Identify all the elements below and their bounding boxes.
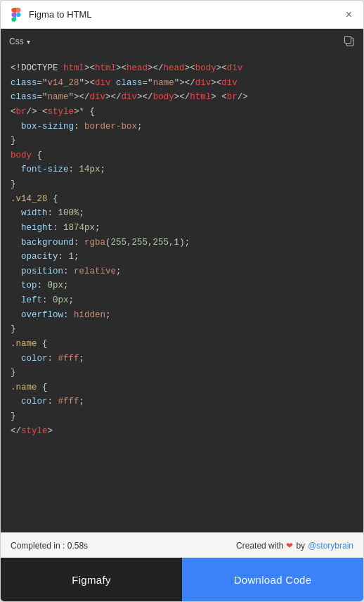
code-line-2: class="v14_28"><div class="name"></div><… bbox=[11, 76, 353, 91]
code-line-21: color: #fff; bbox=[11, 352, 353, 366]
window-title: Figma to HTML bbox=[29, 9, 343, 20]
close-button[interactable]: × bbox=[343, 7, 355, 23]
code-line-13: background: rgba(255,255,255,1); bbox=[11, 236, 353, 250]
code-line-14: opacity: 1; bbox=[11, 250, 353, 264]
code-line-19: } bbox=[11, 322, 353, 337]
code-line-23: .name { bbox=[11, 380, 353, 395]
code-line-22: } bbox=[11, 366, 353, 380]
statusbar: Completed in : 0.58s Created with ❤ by @… bbox=[1, 532, 363, 558]
author-link[interactable]: @storybrain bbox=[308, 541, 353, 551]
code-line-20: .name { bbox=[11, 337, 353, 352]
code-line-3: class="name"></div></div></body></html> … bbox=[11, 90, 353, 105]
code-line-9: } bbox=[11, 177, 353, 192]
download-button[interactable]: Download Code bbox=[182, 558, 363, 601]
copy-button[interactable] bbox=[344, 35, 355, 49]
app-window: Figma to HTML × Css ▾ <!DOCTYPE html><ht… bbox=[0, 0, 364, 602]
code-line-8: font-size: 14px; bbox=[11, 162, 353, 177]
code-line-26: </style> bbox=[11, 424, 353, 439]
bottom-action-bar: Figmafy Download Code bbox=[1, 558, 363, 601]
language-label: Css bbox=[9, 37, 24, 46]
figmafy-button[interactable]: Figmafy bbox=[1, 558, 182, 601]
code-line-11: width: 100%; bbox=[11, 206, 353, 221]
code-line-1: <!DOCTYPE html><html><head></head><body>… bbox=[11, 61, 353, 76]
code-line-18: overflow: hidden; bbox=[11, 308, 353, 323]
heart-icon: ❤ bbox=[286, 541, 293, 551]
code-line-12: height: 1874px; bbox=[11, 221, 353, 236]
code-line-25: } bbox=[11, 409, 353, 424]
code-display: <!DOCTYPE html><html><head></head><body>… bbox=[1, 54, 363, 532]
svg-rect-1 bbox=[345, 36, 351, 43]
code-line-5: box-sizing: border-box; bbox=[11, 120, 353, 134]
code-line-16: top: 0px; bbox=[11, 278, 353, 293]
code-toolbar: Css ▾ bbox=[1, 29, 363, 54]
created-prefix: Created with bbox=[236, 541, 283, 551]
completion-time: Completed in : 0.58s bbox=[11, 541, 88, 551]
code-line-7: body { bbox=[11, 148, 353, 163]
credits: Created with ❤ by @storybrain bbox=[236, 541, 353, 551]
created-suffix: by bbox=[296, 541, 305, 551]
figma-icon bbox=[9, 8, 23, 22]
code-line-24: color: #fff; bbox=[11, 395, 353, 409]
language-selector[interactable]: Css ▾ bbox=[9, 37, 30, 46]
chevron-down-icon: ▾ bbox=[27, 38, 30, 46]
code-line-15: position: relative; bbox=[11, 264, 353, 279]
code-line-17: left: 0px; bbox=[11, 293, 353, 308]
code-line-10: .v14_28 { bbox=[11, 192, 353, 207]
code-line-6: } bbox=[11, 134, 353, 148]
code-line-4: <br/> <style>* { bbox=[11, 105, 353, 120]
titlebar: Figma to HTML × bbox=[1, 1, 363, 29]
